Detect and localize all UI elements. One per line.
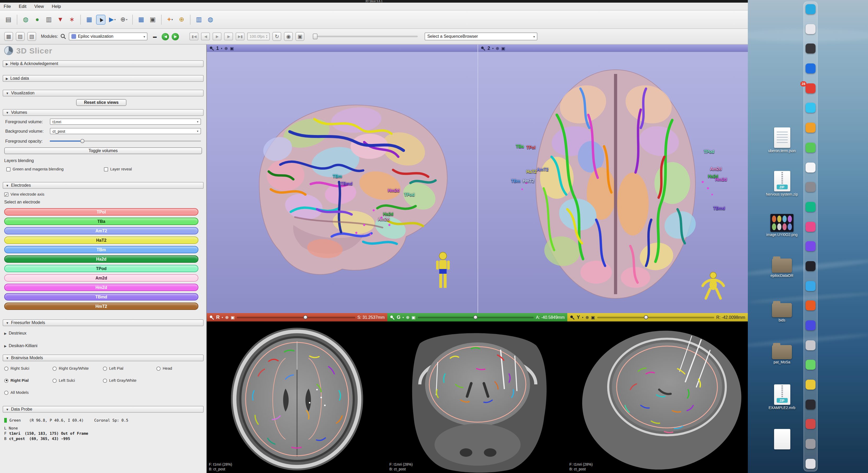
dock-icon[interactable]: [806, 202, 815, 212]
electrode-button-ha2d[interactable]: Ha2d: [4, 256, 198, 263]
slice-visibility-icon[interactable]: ▣: [230, 315, 235, 319]
menu-edit[interactable]: Edit: [19, 4, 26, 9]
dock-icon[interactable]: [806, 4, 815, 14]
radio-icon[interactable]: [103, 378, 107, 382]
electrode-button-tpol[interactable]: TPol: [4, 208, 198, 215]
pin-icon[interactable]: [209, 46, 214, 50]
radio-right-sulci[interactable]: Right Sulci: [4, 366, 29, 371]
section-freesurfer[interactable]: ▼ Freesurfer Models: [3, 319, 204, 326]
dock-icon[interactable]: [806, 400, 815, 410]
dock-icon[interactable]: [806, 162, 815, 172]
menu-file[interactable]: File: [4, 4, 11, 9]
slice-visibility-icon[interactable]: ▣: [411, 315, 415, 319]
module-history-icon[interactable]: ▩: [4, 32, 13, 41]
green-slice-canvas[interactable]: F: t1mri (28%) B: ct_post: [387, 322, 567, 473]
electrode-button-hm2d[interactable]: Hm2d: [4, 284, 198, 291]
chevron-down-icon[interactable]: ▾: [582, 316, 583, 319]
section-brainvisa[interactable]: ▼ Brainvisa Models: [3, 354, 204, 361]
chevron-down-icon[interactable]: ▾: [492, 47, 494, 50]
dock-icon[interactable]: [806, 340, 815, 350]
slider-handle[interactable]: [303, 315, 307, 319]
dock-icon[interactable]: [806, 380, 815, 390]
desktop-file-image[interactable]: image.UYI0O2.png: [758, 214, 806, 237]
desktop-file-example2[interactable]: ZIP EXAMPLE2.mrb: [758, 384, 806, 410]
dock-icon[interactable]: [806, 143, 815, 153]
dock-icon[interactable]: [806, 103, 815, 113]
dock-icon[interactable]: [806, 123, 815, 133]
dock-icon[interactable]: [806, 24, 815, 34]
green-magenta-checkbox[interactable]: Green and magenta blending: [6, 167, 63, 171]
record-icon[interactable]: ◉: [284, 32, 293, 41]
layout-icon[interactable]: ▦: [136, 14, 146, 24]
radio-left-sulci[interactable]: Left Sulci: [53, 378, 75, 383]
seek-first-button[interactable]: ▮◀: [190, 33, 198, 40]
freesurfer-destrieux[interactable]: ▶ Destrieux: [4, 331, 27, 336]
save-icon[interactable]: ●: [33, 14, 42, 24]
radio-icon[interactable]: [53, 366, 57, 370]
radio-all-models[interactable]: All Models: [4, 390, 29, 395]
radio-right-pial[interactable]: Right Pial: [4, 378, 29, 383]
menu-view[interactable]: View: [34, 4, 44, 9]
sequence-browser-selector[interactable]: Select a SequenceBrowser ▾: [425, 33, 537, 40]
section-load-data[interactable]: ▶ Load data: [3, 75, 204, 82]
slider-track[interactable]: [597, 317, 714, 318]
green-slice-view[interactable]: G ▾ ⊕ ▣ A: -40.5849mm: [387, 313, 567, 473]
desktop-folder-epilocdataor[interactable]: epilocDataOR: [758, 256, 806, 278]
fps-spinbox[interactable]: 100.0fps▲▼: [247, 33, 270, 40]
desktop-folder-bids[interactable]: bids: [758, 301, 806, 323]
slider-handle[interactable]: [473, 315, 477, 319]
electrode-button-amt2[interactable]: AmT2: [4, 227, 198, 234]
slider-track[interactable]: [237, 317, 355, 318]
desktop-file-untitled[interactable]: [758, 429, 806, 449]
yellow-slice-view[interactable]: Y ▾ ⊕ ▣ R: -42.0098mm: [567, 313, 748, 473]
dock-icon-mail[interactable]: 28: [806, 83, 815, 93]
desktop-file-uberon[interactable]: uberon.term.json: [758, 128, 806, 153]
checkbox-checked-icon[interactable]: ✓: [4, 192, 8, 196]
fiducial-add-icon[interactable]: +▾: [165, 14, 175, 24]
seek-prev-button[interactable]: ◀: [201, 33, 210, 40]
help-icon[interactable]: ◍: [206, 14, 215, 24]
sequence-slider[interactable]: [313, 33, 418, 40]
desktop-folder-patmosa[interactable]: pat_MoSa: [758, 342, 806, 365]
section-data-probe[interactable]: ▼ Data Probe: [3, 406, 204, 413]
slider-handle[interactable]: [313, 34, 317, 39]
slider-handle[interactable]: [80, 139, 85, 143]
dock-icon[interactable]: [806, 261, 815, 271]
radio-head[interactable]: Head: [156, 366, 172, 371]
section-electrodes[interactable]: ▼ Electrodes: [3, 182, 204, 189]
cursor-icon[interactable]: ▲: [96, 14, 105, 24]
slice-link-icon[interactable]: ⊕: [225, 315, 228, 319]
reset-slice-views-button[interactable]: Reset slice views: [76, 99, 126, 106]
dock-icon[interactable]: [806, 301, 815, 311]
checkbox-icon[interactable]: [6, 167, 10, 171]
dock-icon[interactable]: [806, 241, 815, 251]
sequence-screenshot-icon[interactable]: ▣: [296, 32, 304, 41]
pin-icon[interactable]: [390, 315, 395, 319]
loop-icon[interactable]: ↻: [272, 32, 281, 41]
seek-last-button[interactable]: ▶▮: [236, 33, 245, 40]
red-slice-canvas[interactable]: F: t1mri (28%) B: ct_post: [207, 322, 387, 473]
place-point-icon[interactable]: ▶▾: [107, 14, 117, 24]
radio-left-pial[interactable]: Left Pial: [103, 366, 123, 371]
view2-canvas[interactable]: TBa TPol HaT2 AmT2 TBm HmT2 TPod Am2d Ha…: [478, 52, 748, 313]
electrode-button-tbm[interactable]: TBm: [4, 246, 198, 253]
pin-icon[interactable]: [570, 315, 575, 319]
tables-icon[interactable]: ▦: [85, 14, 94, 24]
dropdown-arrow-icon[interactable]: ▾: [126, 18, 127, 21]
module-selector[interactable]: Epiloc visualization ▾: [69, 33, 148, 40]
checkbox-icon[interactable]: [104, 167, 108, 171]
toggle-volumes-button[interactable]: Toggle volumes: [4, 147, 202, 154]
dock-icon[interactable]: [806, 222, 815, 232]
foreground-opacity-slider[interactable]: [50, 138, 201, 144]
electrode-button-am2d[interactable]: Am2d: [4, 274, 198, 281]
chevron-down-icon[interactable]: ▾: [403, 316, 404, 319]
threed-view-2[interactable]: 2 ▾ ⊕ ▣: [477, 44, 748, 313]
pin-icon[interactable]: [209, 315, 214, 319]
center-view-icon[interactable]: ⊕: [496, 46, 499, 50]
radio-icon[interactable]: [53, 378, 57, 382]
dicom-icon[interactable]: ◍: [21, 14, 30, 24]
seek-next-button[interactable]: ▶: [224, 33, 233, 40]
markups-icon[interactable]: ∗: [67, 14, 76, 24]
yellow-slice-canvas[interactable]: F: t1mri (28%) B: ct_post: [567, 322, 748, 473]
slice-link-icon[interactable]: ⊕: [406, 315, 409, 319]
